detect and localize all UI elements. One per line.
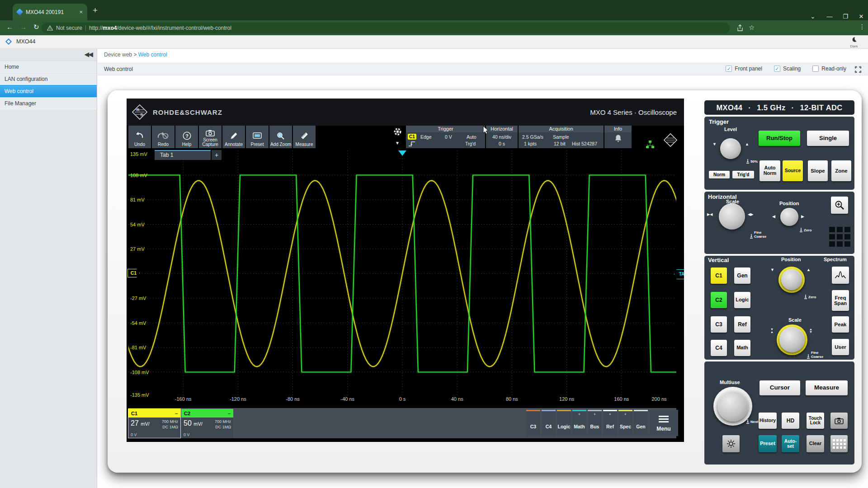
single-button[interactable]: Single <box>807 131 849 146</box>
zoom-button[interactable] <box>831 197 848 214</box>
minimize-icon[interactable]: – <box>175 411 178 416</box>
touch-lock-button[interactable]: Touch Lock <box>807 413 824 429</box>
channel-c4-button[interactable]: C4 <box>711 340 727 356</box>
autoset-button[interactable]: Auto-set <box>782 435 799 452</box>
gen-button[interactable]: Gen <box>734 267 750 284</box>
window-close-icon[interactable]: ✕ <box>854 13 868 20</box>
signal-button-c4[interactable]: C4 <box>542 410 556 436</box>
auto-norm-button[interactable]: Auto Norm <box>760 160 780 181</box>
zone-button[interactable]: Zone <box>831 160 851 181</box>
signal-button-spec[interactable]: +Spec <box>618 410 632 436</box>
sidebar-item-home[interactable]: Home <box>0 61 97 73</box>
horizontal-position-knob[interactable] <box>780 208 798 226</box>
measure-button[interactable]: Measure <box>293 126 316 148</box>
browser-menu-icon[interactable]: ⋮ <box>859 23 865 30</box>
add-zoom-button[interactable]: Add Zoom <box>269 126 292 148</box>
minimize-icon[interactable]: – <box>228 411 231 416</box>
peak-button[interactable]: Peak <box>832 316 849 333</box>
sidebar-item-file-manager[interactable]: File Manager <box>0 97 97 109</box>
scaling-option[interactable]: ✓ Scaling <box>774 66 801 72</box>
signal-button-bus[interactable]: +Bus <box>588 410 602 436</box>
screenshot-button[interactable] <box>830 413 848 429</box>
breadcrumb-root[interactable]: Device web <box>104 52 132 58</box>
preset-fp-button[interactable]: Preset <box>759 435 777 452</box>
norm-indicator[interactable]: Norm <box>709 171 730 178</box>
signal-button-ref[interactable]: +Ref <box>603 410 617 436</box>
screen-capture-button[interactable]: Screen Capture <box>199 126 222 148</box>
sidebar-item-lan-configuration[interactable]: LAN configuration <box>0 73 97 85</box>
spectrum-button[interactable] <box>832 267 849 284</box>
logic-button[interactable]: Logic <box>734 292 750 308</box>
channel-badge-c1[interactable]: C1 – 27 mV/ 700 MHzDC 1MΩ 0 V <box>128 409 180 438</box>
new-tab-button[interactable]: + <box>93 5 98 15</box>
bookmark-star-icon[interactable]: ☆ <box>749 23 755 32</box>
acquisition-status-panel[interactable]: Acquisition 2.5 GSa/s Sample 1 kpts 12 b… <box>519 126 604 148</box>
rohde-schwarz-logo-icon: R S <box>132 104 147 120</box>
source-button[interactable]: Source <box>783 160 803 181</box>
scaling-checkbox[interactable]: ✓ <box>774 66 780 72</box>
channel-c2-button[interactable]: C2 <box>711 292 727 308</box>
tab-close-icon[interactable]: × <box>79 9 83 15</box>
preset-button[interactable]: Preset <box>246 126 269 148</box>
read-only-option[interactable]: ✓ Read-only <box>812 66 846 72</box>
channel-scale: 27 mV/ <box>131 419 150 427</box>
add-tab-button[interactable]: + <box>212 150 222 160</box>
signal-button-gen[interactable]: Gen <box>634 410 648 436</box>
channel-c3-button[interactable]: C3 <box>711 316 727 333</box>
breadcrumb-current[interactable]: Web control <box>138 52 167 58</box>
trigd-indicator[interactable]: Trig'd <box>732 171 754 178</box>
tab-1[interactable]: Tab 1 <box>155 150 211 160</box>
math-button[interactable]: Math <box>734 340 750 356</box>
front-panel-option[interactable]: ✓ Front panel <box>726 66 762 72</box>
vertical-scale-knob[interactable] <box>777 324 807 355</box>
channel-badge-c2[interactable]: C2 – 50 mV/ 700 MHzDC 1MΩ 0 V <box>181 409 233 438</box>
redo-button[interactable]: Redo <box>152 126 175 148</box>
signal-button-logic[interactable]: Logic <box>557 410 571 436</box>
measure-fp-button[interactable]: Measure <box>806 380 848 395</box>
vertical-position-knob[interactable] <box>778 267 805 293</box>
user-button[interactable]: User <box>832 339 849 355</box>
trigger-position-marker[interactable] <box>398 150 406 156</box>
history-button[interactable]: History <box>759 413 777 429</box>
forward-icon[interactable]: → <box>20 23 27 31</box>
brightness-button[interactable] <box>722 435 740 452</box>
annotate-button[interactable]: Annotate <box>222 126 245 148</box>
hd-button[interactable]: HD <box>782 413 799 429</box>
signal-button-c3[interactable]: C3 <box>526 410 540 436</box>
horizontal-keypad-icon[interactable] <box>829 227 850 247</box>
freq-span-button[interactable]: Freq Span <box>832 290 849 311</box>
sidebar-item-web-control[interactable]: Web control <box>0 85 97 97</box>
horizontal-scale-knob[interactable] <box>719 203 745 230</box>
slope-button[interactable]: Slope <box>808 160 828 181</box>
window-chevron-icon[interactable]: ⌄ <box>806 13 820 20</box>
run-stop-button[interactable]: Run/Stop <box>759 131 800 146</box>
ref-button[interactable]: Ref <box>734 316 750 333</box>
undo-button[interactable]: Undo <box>128 126 151 148</box>
fullscreen-icon[interactable] <box>854 66 862 73</box>
apps-keypad-button[interactable] <box>830 435 848 452</box>
horizontal-status-panel[interactable]: Horizontal 40 ns/div 0 s <box>486 126 518 148</box>
share-icon[interactable] <box>736 24 744 32</box>
display-settings-control[interactable]: ▼ <box>390 126 405 148</box>
reload-icon[interactable]: ↻ <box>33 23 39 31</box>
help-button[interactable]: ? Help <box>175 126 198 148</box>
svg-text:R: R <box>137 108 140 112</box>
clear-button[interactable]: Clear <box>807 435 824 452</box>
window-restore-icon[interactable]: ❐ <box>839 13 852 20</box>
signal-button-math[interactable]: +Math <box>572 410 586 436</box>
back-icon[interactable]: ← <box>6 23 13 31</box>
channel-c1-button[interactable]: C1 <box>711 267 727 284</box>
window-minimize-icon[interactable]: — <box>823 13 836 20</box>
sidebar-collapse-icon[interactable]: ◀◀ <box>84 51 92 58</box>
trigger-level-knob[interactable] <box>720 138 741 159</box>
dark-mode-toggle[interactable]: Dark <box>846 36 862 48</box>
info-panel[interactable]: Info <box>604 126 632 148</box>
front-panel-checkbox[interactable]: ✓ <box>726 66 732 72</box>
cursor-button[interactable]: Cursor <box>760 380 800 395</box>
trigger-status-panel[interactable]: Trigger C1 Edge 0 V Auto Trg'd <box>406 126 485 148</box>
waveform-area[interactable] <box>128 150 676 397</box>
menu-button[interactable]: Menu <box>649 410 678 436</box>
browser-tab[interactable]: MXO44 200191 × <box>13 4 87 20</box>
address-bar[interactable]: Not secure http://mxo4/device-web/#/lxi/… <box>42 23 730 33</box>
read-only-checkbox[interactable]: ✓ <box>812 66 819 72</box>
